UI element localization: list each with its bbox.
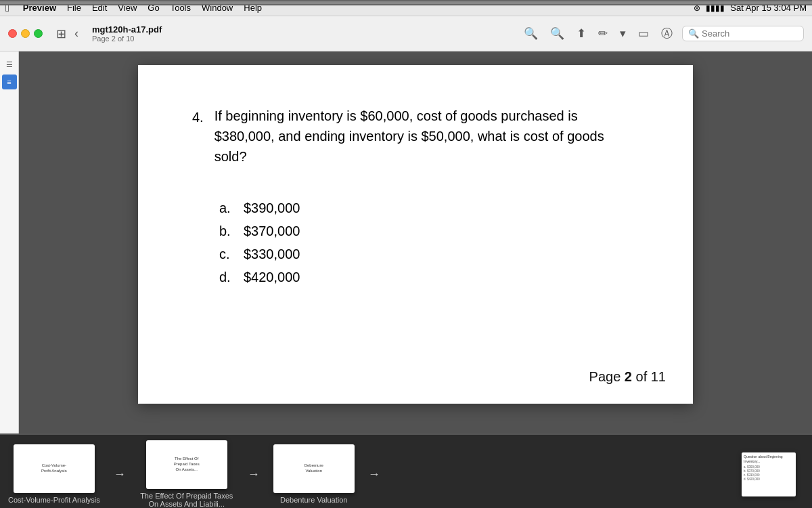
question-number: 4. (192, 106, 204, 127)
annotate-button[interactable]: ✏ (595, 24, 610, 43)
sidebar-toggle-button[interactable]: ⊞ (53, 24, 69, 44)
answers-list: a. $390,000 b. $370,000 c. $330,000 d. $… (219, 196, 639, 289)
question-text: If beginning inventory is $60,000, cost … (215, 106, 639, 167)
answer-a: a. $390,000 (219, 196, 639, 219)
search-input[interactable] (702, 28, 798, 39)
thumbnail-1-label: Cost-Volume-Profit Analysis (8, 496, 100, 504)
answer-c-value: $330,000 (244, 242, 300, 266)
share-button[interactable]: ⬆ (574, 24, 589, 43)
doc-page: Page 2 of 10 (92, 35, 162, 43)
back-icon: ‹ (74, 26, 78, 41)
doc-title: mgt120h-a17.pdf (92, 24, 162, 35)
sidebar-icon: ⊞ (56, 26, 66, 41)
answer-d: d. $420,000 (219, 266, 639, 289)
sidebar-tab-active[interactable]: ≡ (2, 75, 17, 89)
answer-d-label: d. (219, 266, 238, 289)
sidebar: ☰ ≡ (0, 51, 19, 433)
page-indicator-num: 2 (625, 369, 632, 384)
markup-button[interactable]: Ⓐ (658, 23, 675, 44)
toolbar-actions: 🔍 🔍 ⬆ ✏ ▾ ▭ Ⓐ 🔍 (521, 23, 804, 44)
answer-b: b. $370,000 (219, 219, 639, 242)
duplicate-button[interactable]: ▭ (635, 24, 652, 43)
thumbnail-arrow-1: → (114, 467, 126, 482)
answer-a-label: a. (219, 196, 238, 219)
thumbnail-2[interactable]: The Effect OfPrepaid TaxesOn Assets... T… (139, 440, 234, 508)
answer-b-label: b. (219, 219, 238, 242)
thumbnail-3-preview: DebentureValuation (273, 444, 355, 493)
answer-c-label: c. (219, 242, 238, 266)
thumbnail-strip: Cost-Volume-Profit Analysis Cost-Volume-… (0, 433, 812, 508)
thumbnail-arrow-3: → (368, 467, 380, 482)
answer-d-value: $420,000 (244, 266, 300, 289)
search-icon: 🔍 (688, 28, 699, 39)
toolbar: ⊞ ‹ mgt120h-a17.pdf Page 2 of 10 🔍 🔍 ⬆ ✏… (0, 16, 812, 51)
thumbnail-3[interactable]: DebentureValuation Debenture Valuation (273, 444, 355, 504)
page-indicator: Page 2 of 11 (589, 369, 666, 385)
toolbar-nav: ⊞ ‹ (53, 24, 81, 44)
toolbar-doc-info: mgt120h-a17.pdf Page 2 of 10 (92, 24, 162, 43)
zoom-in-button[interactable]: 🔍 (521, 24, 541, 43)
close-window-button[interactable] (8, 29, 17, 38)
annotate-dropdown[interactable]: ▾ (617, 24, 629, 43)
sidebar-tab-thumbnails[interactable]: ☰ (2, 57, 17, 72)
search-box[interactable]: 🔍 (682, 26, 804, 41)
dock-preview-thumbnail: Question about Beginning Inventory... a.… (742, 452, 796, 496)
thumbnail-1-preview: Cost-Volume-Profit Analysis (14, 444, 95, 493)
traffic-lights (8, 29, 43, 38)
main-area: ☰ ≡ 4. If beginning inventory is $60,000… (0, 51, 812, 433)
thumbnail-3-label: Debenture Valuation (280, 496, 347, 504)
zoom-out-button[interactable]: 🔍 (547, 24, 567, 43)
answer-c: c. $330,000 (219, 242, 639, 266)
thumbnail-arrow-2: → (248, 467, 260, 482)
thumbnail-items: Cost-Volume-Profit Analysis Cost-Volume-… (8, 440, 388, 508)
thumbnail-1[interactable]: Cost-Volume-Profit Analysis Cost-Volume-… (8, 444, 100, 504)
back-button[interactable]: ‹ (72, 24, 81, 43)
pdf-page: 4. If beginning inventory is $60,000, co… (138, 65, 693, 404)
fullscreen-window-button[interactable] (34, 29, 43, 38)
page-indicator-prefix: Page (589, 369, 625, 384)
minimize-window-button[interactable] (21, 29, 30, 38)
thumbnail-2-label: The Effect Of Prepaid Taxes On Assets An… (139, 492, 234, 508)
answer-a-value: $390,000 (244, 196, 300, 219)
page-indicator-suffix: of 11 (632, 369, 666, 384)
answer-b-value: $370,000 (244, 219, 300, 242)
thumbnail-2-preview: The Effect OfPrepaid TaxesOn Assets... (146, 440, 227, 489)
